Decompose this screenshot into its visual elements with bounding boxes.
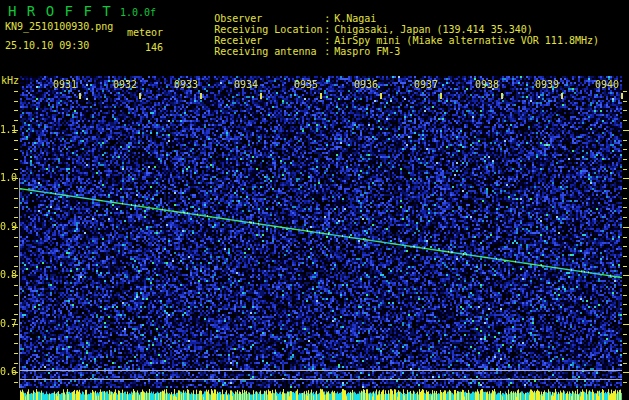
time-tick <box>561 93 563 99</box>
time-tick-label: 0940 <box>591 79 619 90</box>
freq-minor-tick <box>623 149 627 150</box>
freq-minor-tick <box>14 198 18 199</box>
freq-minor-tick <box>14 382 18 383</box>
freq-minor-tick <box>14 256 18 257</box>
freq-minor-tick <box>623 266 627 267</box>
freq-minor-tick <box>14 237 18 238</box>
freq-minor-tick <box>623 169 627 170</box>
freq-minor-tick <box>14 207 18 208</box>
freq-minor-tick <box>14 314 18 315</box>
info-row-antenna: Receiving antenna:Maspro FM-3 <box>178 35 400 68</box>
time-tick <box>79 93 81 99</box>
freq-minor-tick <box>14 304 18 305</box>
freq-minor-tick <box>14 353 18 354</box>
freq-minor-tick <box>623 304 627 305</box>
freq-minor-tick <box>14 217 18 218</box>
freq-minor-tick <box>623 207 627 208</box>
time-tick-label: 0937 <box>410 79 438 90</box>
time-tick <box>200 93 202 99</box>
info-value: Maspro FM-3 <box>334 46 400 57</box>
freq-minor-tick <box>623 314 627 315</box>
time-tick <box>501 93 503 99</box>
time-tick-label: 0934 <box>230 79 258 90</box>
freq-minor-tick <box>14 285 18 286</box>
freq-minor-tick <box>14 246 18 247</box>
record-datetime: 25.10.10 09:30 <box>5 40 89 51</box>
time-tick <box>260 93 262 99</box>
freq-minor-tick <box>14 343 18 344</box>
time-tick-label: 0931 <box>49 79 77 90</box>
freq-minor-tick <box>14 188 18 189</box>
time-tick <box>320 93 322 99</box>
freq-minor-tick <box>623 343 627 344</box>
time-tick-label: 0938 <box>471 79 499 90</box>
freq-minor-tick <box>623 110 627 111</box>
freq-minor-tick <box>623 198 627 199</box>
freq-minor-tick <box>14 363 18 364</box>
freq-minor-tick <box>623 188 627 189</box>
freq-minor-tick <box>14 266 18 267</box>
time-tick-label: 0939 <box>531 79 559 90</box>
freq-minor-tick <box>623 363 627 364</box>
time-tick <box>139 93 141 99</box>
freq-minor-tick <box>14 120 18 121</box>
freq-tick-label: 0.6 <box>0 366 14 377</box>
info-label: Receiving antenna <box>214 46 324 57</box>
freq-tick-label: 0.7 <box>0 318 14 329</box>
freq-minor-tick <box>14 169 18 170</box>
freq-minor-tick <box>14 110 18 111</box>
time-tick <box>380 93 382 99</box>
freq-major-tick <box>623 275 629 276</box>
freq-major-tick <box>623 130 629 131</box>
freq-minor-tick <box>623 159 627 160</box>
meteor-count-label: meteor <box>113 27 163 38</box>
app-version: 1.0.0f <box>120 7 156 18</box>
freq-minor-tick <box>14 295 18 296</box>
freq-minor-tick <box>14 334 18 335</box>
freq-minor-tick <box>623 246 627 247</box>
freq-minor-tick <box>623 353 627 354</box>
time-tick-label: 0932 <box>109 79 137 90</box>
time-tick-label: 0935 <box>290 79 318 90</box>
freq-minor-tick <box>14 140 18 141</box>
freq-minor-tick <box>623 91 627 92</box>
freq-tick-label: 0.8 <box>0 269 14 280</box>
freq-minor-tick <box>623 140 627 141</box>
meteor-count-value: 146 <box>113 42 163 53</box>
time-tick <box>440 93 442 99</box>
freq-minor-tick <box>14 91 18 92</box>
freq-minor-tick <box>14 149 18 150</box>
freq-minor-tick <box>623 120 627 121</box>
info-separator: : <box>324 46 334 57</box>
freq-minor-tick <box>623 101 627 102</box>
output-filename: KN9_2510100930.png <box>5 21 113 32</box>
freq-tick-label: 1.1 <box>0 124 14 135</box>
freq-major-tick <box>623 227 629 228</box>
hrofft-app-window: H R O F F T 1.0.0f KN9_2510100930.png me… <box>0 0 629 400</box>
freq-major-tick <box>623 372 629 373</box>
freq-minor-tick <box>623 334 627 335</box>
time-tick-label: 0933 <box>170 79 198 90</box>
freq-minor-tick <box>14 159 18 160</box>
freq-minor-tick <box>623 217 627 218</box>
freq-minor-tick <box>623 237 627 238</box>
freq-minor-tick <box>623 256 627 257</box>
frequency-axis-unit-label: kHz <box>1 75 19 86</box>
time-tick-label: 0936 <box>350 79 378 90</box>
freq-minor-tick <box>14 101 18 102</box>
freq-minor-tick <box>623 285 627 286</box>
spectrogram-canvas <box>19 76 622 400</box>
freq-tick-label: 1.0 <box>0 172 14 183</box>
freq-tick-label: 0.9 <box>0 221 14 232</box>
freq-major-tick <box>623 324 629 325</box>
freq-major-tick <box>623 178 629 179</box>
freq-minor-tick <box>623 295 627 296</box>
app-title: H R O F F T <box>8 4 112 19</box>
freq-minor-tick <box>623 382 627 383</box>
time-tick <box>621 93 623 99</box>
